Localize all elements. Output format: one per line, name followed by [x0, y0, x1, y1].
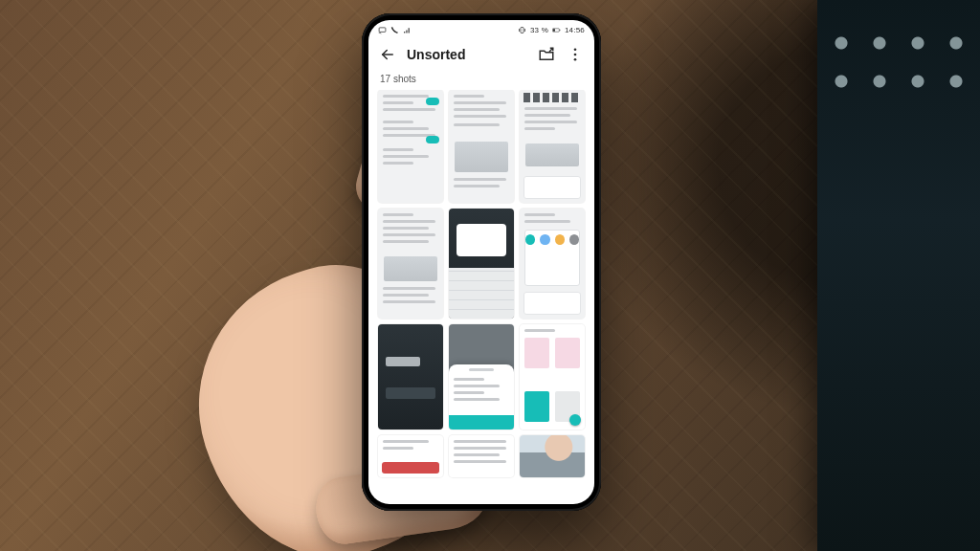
shot-thumbnail[interactable] — [520, 209, 585, 319]
clock: 14:56 — [565, 26, 585, 34]
shot-thumbnail[interactable] — [378, 90, 443, 203]
vibrate-icon — [518, 26, 526, 34]
status-bar: 33 % 14:56 — [368, 20, 594, 39]
shots-grid[interactable] — [368, 90, 594, 504]
shot-thumbnail[interactable] — [449, 435, 514, 477]
shot-thumbnail[interactable] — [449, 90, 514, 203]
svg-rect-0 — [379, 27, 386, 32]
battery-percent: 33 % — [530, 26, 548, 34]
phone-screen: 33 % 14:56 Unsorted 17 shots — [368, 20, 594, 504]
move-folder-button[interactable] — [537, 45, 556, 64]
signal-icon — [403, 26, 412, 34]
app-bar: Unsorted — [368, 39, 594, 74]
svg-rect-1 — [521, 27, 523, 33]
shot-thumbnail[interactable] — [378, 209, 443, 319]
room-side-panel — [817, 0, 980, 551]
back-button[interactable] — [378, 45, 397, 64]
svg-point-7 — [574, 58, 577, 61]
cast-icon — [378, 26, 387, 34]
arrow-left-icon — [379, 46, 396, 63]
shot-thumbnail[interactable] — [378, 435, 443, 477]
shot-thumbnail[interactable] — [378, 324, 443, 430]
overflow-button[interactable] — [566, 45, 585, 64]
svg-rect-4 — [560, 29, 561, 30]
shot-count: 17 shots — [368, 74, 594, 90]
svg-rect-3 — [553, 29, 555, 31]
page-title: Unsorted — [407, 47, 465, 62]
folder-move-icon — [538, 46, 555, 63]
phone-frame: 33 % 14:56 Unsorted 17 shots — [362, 13, 601, 511]
shot-thumbnail[interactable] — [449, 324, 514, 430]
shot-thumbnail[interactable] — [520, 435, 585, 477]
svg-point-5 — [574, 48, 577, 51]
shot-thumbnail[interactable] — [520, 324, 585, 430]
svg-point-6 — [574, 54, 577, 56]
shot-thumbnail[interactable] — [520, 90, 585, 203]
more-vert-icon — [567, 46, 584, 63]
battery-icon — [552, 26, 561, 34]
call-icon — [390, 26, 399, 34]
shot-thumbnail[interactable] — [449, 209, 514, 319]
